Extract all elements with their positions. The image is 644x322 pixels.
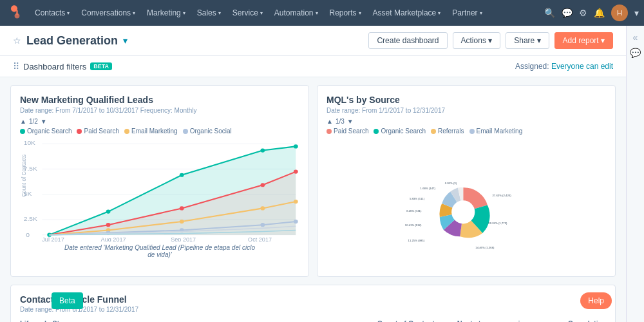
down-arrow-icon2: ▼	[347, 118, 354, 125]
legend-paid-search2: Paid Search	[327, 128, 368, 135]
svg-point-20	[260, 183, 265, 187]
lifecycle-title: Contact Lifecycle Funnel	[20, 294, 606, 305]
nav-automation[interactable]: Automation ▾	[269, 6, 323, 20]
svg-text:Sep 2017: Sep 2017	[171, 236, 196, 242]
nav-service[interactable]: Service ▾	[227, 6, 268, 20]
up-arrow-icon: ▲	[20, 118, 26, 125]
beta-badge: BETA	[90, 62, 112, 70]
main-content: ☆ Lead Generation ▾ Create dashboard Act…	[0, 26, 626, 322]
hubspot-logo[interactable]	[5, 3, 24, 23]
nav-partner[interactable]: Partner ▾	[447, 6, 487, 20]
svg-text:14.46% (1,266): 14.46% (1,266)	[475, 246, 495, 249]
card2-legend: Paid Search Organic Search Referrals Ema…	[327, 128, 606, 135]
svg-text:Jul 2017: Jul 2017	[42, 236, 64, 242]
svg-text:11.25% (985): 11.25% (985)	[408, 239, 425, 242]
svg-text:2.5K: 2.5K	[24, 215, 38, 222]
collapse-sidebar-icon[interactable]: «	[633, 32, 638, 43]
card1-sort: ▲ 1/2 ▼	[20, 118, 299, 125]
nav-right-icons: 🔍 💬 ⚙ 🔔 H ▾	[544, 5, 639, 21]
legend-organic-social: Organic Social	[183, 128, 232, 135]
nav-marketing[interactable]: Marketing ▾	[142, 6, 191, 20]
svg-text:27.63% (2,420): 27.63% (2,420)	[492, 194, 511, 197]
assigned-link[interactable]: Everyone can edit	[551, 62, 613, 71]
nav-reports[interactable]: Reports ▾	[325, 6, 366, 20]
svg-text:Oct 2017: Oct 2017	[248, 236, 272, 242]
line-chart: 10K 7.5K 5K 2.5K 0	[20, 138, 299, 242]
svg-text:Aug 2017: Aug 2017	[101, 236, 126, 242]
settings-icon[interactable]: ⚙	[579, 8, 587, 18]
card2-title: MQL's by Source	[327, 95, 606, 105]
title-dropdown-icon[interactable]: ▾	[123, 35, 128, 46]
right-sidebar: « 💬	[626, 26, 644, 322]
filters-label: Dashboard filters	[23, 62, 86, 71]
col-next-conv: Next step conversion	[439, 319, 529, 322]
svg-point-28	[260, 223, 265, 227]
assigned-prefix: Assigned:	[515, 62, 549, 71]
svg-text:Count of Contacts: Count of Contacts	[21, 154, 27, 197]
svg-point-2	[15, 14, 20, 19]
svg-text:5.83% (511): 5.83% (511)	[410, 197, 425, 200]
svg-point-24	[260, 206, 265, 210]
notifications-icon[interactable]: 🔔	[594, 8, 605, 18]
card1-subtitle: Date range: From 7/1/2017 to 10/31/2017 …	[20, 107, 299, 114]
legend-organic-search: Organic Search	[20, 128, 71, 135]
legend-paid-search: Paid Search	[77, 128, 118, 135]
beta-fab-button[interactable]: Beta	[52, 292, 83, 309]
svg-text:20.24% (1,773): 20.24% (1,773)	[488, 222, 507, 225]
sort-label2: 1/3	[336, 118, 345, 125]
user-avatar[interactable]: H	[611, 5, 628, 21]
search-icon[interactable]: 🔍	[544, 8, 555, 18]
svg-text:0.03% (3): 0.03% (3)	[445, 182, 457, 185]
table-header: Lifecycle Stage Count of Contacts Next s…	[20, 319, 606, 322]
svg-point-14	[106, 209, 111, 213]
legend-organic-search2: Organic Search	[374, 128, 425, 135]
card1-footer: Date entered 'Marketing Qualified Lead (…	[20, 244, 299, 258]
svg-point-35	[451, 200, 475, 223]
col-stage: Lifecycle Stage	[20, 319, 149, 322]
card2-subtitle: Date range: From 1/1/2017 to 12/31/2017	[327, 107, 606, 114]
help-fab-button[interactable]: Help	[580, 292, 612, 309]
svg-point-29	[294, 220, 298, 223]
favorite-icon[interactable]: ☆	[13, 35, 21, 46]
assigned-info: Assigned: Everyone can edit	[515, 62, 613, 71]
svg-text:0: 0	[26, 231, 30, 238]
add-report-button[interactable]: Add report ▾	[554, 32, 613, 49]
card1-legend: Organic Search Paid Search Email Marketi…	[20, 128, 299, 135]
nav-asset-marketplace[interactable]: Asset Marketplace ▾	[368, 6, 446, 20]
top-navigation: Contacts ▾ Conversations ▾ Marketing ▾ S…	[0, 0, 644, 26]
lifecycle-funnel-card: Contact Lifecycle Funnel Date range: Fro…	[10, 285, 616, 322]
actions-button[interactable]: Actions ▾	[453, 32, 501, 49]
nav-conversations[interactable]: Conversations ▾	[76, 6, 140, 20]
create-dashboard-button[interactable]: Create dashboard	[368, 32, 447, 49]
svg-point-18	[106, 223, 111, 227]
svg-point-23	[180, 220, 184, 223]
card2-sort: ▲ 1/3 ▼	[327, 118, 606, 125]
filters-bar: ⠿ Dashboard filters BETA Assigned: Every…	[0, 56, 626, 77]
svg-text:1.68% (147): 1.68% (147)	[421, 187, 436, 190]
charts-grid: New Marketing Qualified Leads Date range…	[0, 77, 626, 285]
share-button[interactable]: Share ▾	[506, 32, 549, 49]
legend-email-marketing: Email Marketing	[124, 128, 178, 135]
lifecycle-subtitle: Date range: From 6/1/2017 to 12/31/2017	[20, 306, 606, 313]
nav-contacts[interactable]: Contacts ▾	[30, 6, 75, 20]
page-title: Lead Generation	[26, 34, 118, 48]
sort-label: 1/2	[29, 118, 38, 125]
nav-menu: Contacts ▾ Conversations ▾ Marketing ▾ S…	[30, 6, 544, 20]
svg-point-19	[180, 206, 184, 210]
legend-email-marketing2: Email Marketing	[469, 128, 523, 135]
up-arrow-icon2: ▲	[327, 118, 333, 125]
nav-sales[interactable]: Sales ▾	[192, 6, 226, 20]
svg-point-25	[294, 200, 298, 204]
card1-title: New Marketing Qualified Leads	[20, 95, 299, 105]
pie-chart: 27.63% (2,420) 20.24% (1,773) 14.46% (1,…	[327, 138, 606, 267]
grid-icon: ⠿	[13, 61, 19, 71]
down-arrow-icon: ▼	[41, 118, 47, 125]
svg-point-17	[294, 144, 298, 148]
col-count: Count of Contacts	[149, 319, 439, 322]
svg-point-16	[260, 148, 265, 152]
chat-icon[interactable]: 💬	[562, 8, 573, 18]
comment-icon[interactable]: 💬	[630, 48, 641, 58]
svg-text:10.41% (912): 10.41% (912)	[405, 223, 422, 227]
account-caret-icon[interactable]: ▾	[634, 8, 639, 18]
col-cum-conv: Cumulative conversion	[529, 319, 606, 322]
